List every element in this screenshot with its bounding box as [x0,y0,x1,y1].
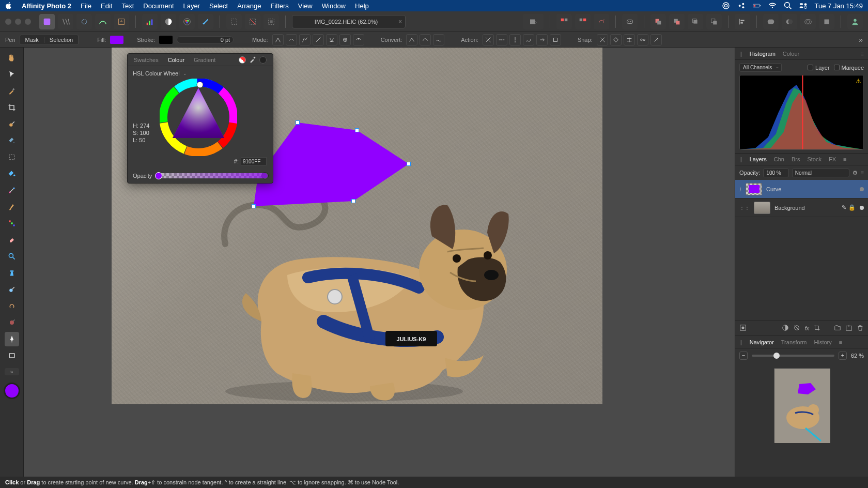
stroke-swatch[interactable] [159,36,173,44]
colour-mode-select[interactable]: HSL Colour Wheel⌄ [133,70,268,77]
assistant-icon[interactable] [622,14,638,29]
menu-document[interactable]: Document [143,2,174,10]
menubar-clock[interactable]: Tue 7 Jan 15:49 [815,2,863,10]
group-icon[interactable] [834,324,841,332]
selection-brush-tool-icon[interactable] [5,117,19,131]
record-icon[interactable] [737,2,746,10]
boolean-xor-icon[interactable] [819,14,834,29]
none-colour-icon[interactable] [239,56,246,64]
view-tool-icon[interactable] [5,51,19,65]
paint-brush-tool-icon[interactable] [5,200,19,214]
search-icon[interactable] [784,2,792,10]
rectangle-tool-icon[interactable] [5,348,19,363]
paint-mixer-tool-icon[interactable] [5,315,19,330]
fx-icon[interactable]: fx [804,325,809,331]
auto-contrast-icon[interactable] [161,14,176,29]
colour-tab-gradient[interactable]: Gradient [194,57,215,63]
convert-smart-icon[interactable] [433,34,444,45]
lock-icon[interactable]: 🔒 [848,204,856,211]
action-smooth-icon[interactable] [509,34,521,45]
panel-grip-icon[interactable]: || [739,156,742,162]
selection-invert-icon[interactable] [264,14,279,29]
align-icon[interactable] [735,14,750,29]
persona-photo-icon[interactable] [39,14,55,29]
tab-fx[interactable]: FX [829,156,836,162]
sampled-colour-icon[interactable] [259,56,267,64]
menu-window[interactable]: Window [322,2,346,10]
visibility-toggle-icon[interactable] [860,206,864,210]
expand-toolbox-icon[interactable]: » [5,368,19,375]
boolean-add-icon[interactable] [763,14,779,29]
action-reverse-icon[interactable] [536,34,548,45]
auto-levels-icon[interactable] [142,14,158,29]
persona-export-icon[interactable] [114,14,129,29]
tab-channels[interactable]: Chn [774,156,784,162]
force-pixel-icon[interactable] [594,14,609,29]
delete-layer-icon[interactable] [857,324,864,332]
mode-preserve-icon[interactable] [326,34,337,45]
menu-layer[interactable]: Layer [183,2,200,10]
snap-4-icon[interactable] [637,34,648,45]
hsl-colour-wheel[interactable] [160,79,237,156]
panel-menu-icon[interactable]: ≡ [843,156,846,162]
mode-pen-icon[interactable] [272,34,284,45]
visibility-toggle-icon[interactable] [860,187,864,191]
dodge-tool-icon[interactable] [5,282,19,297]
marquee-tool-icon[interactable] [5,150,19,164]
mode-polygon-icon[interactable] [299,34,311,45]
adjustment-icon[interactable] [782,324,789,332]
snap-toggle2-icon[interactable] [575,14,591,29]
mode-smart-icon[interactable] [286,34,297,45]
hex-input[interactable] [241,157,267,165]
layers-opacity-select[interactable]: 100 % [763,169,788,177]
panel-grip-icon[interactable]: || [739,51,742,57]
clone-tool-icon[interactable] [5,266,19,280]
layers-cog-icon[interactable]: ⚙ [853,170,858,176]
menu-select[interactable]: Select [209,2,228,10]
menu-edit[interactable]: Edit [101,2,112,10]
colour-selector[interactable] [4,383,20,399]
zoom-out-button[interactable]: − [739,352,748,360]
convert-smooth-icon[interactable] [420,34,431,45]
link-icon[interactable]: ⋮⋮ [739,205,750,210]
expand-icon[interactable]: ⟩ [739,186,741,192]
erase-tool-icon[interactable] [5,233,19,247]
flood-fill-tool-icon[interactable] [5,166,19,181]
snap-toggle-icon[interactable] [556,14,572,29]
arrange-front-icon[interactable] [650,14,666,29]
overflow-icon[interactable]: » [859,36,863,44]
edit-icon[interactable]: ✎ [842,204,846,211]
zoom-in-button[interactable]: + [839,352,847,360]
auto-white-balance-icon[interactable] [198,14,213,29]
cc-icon[interactable] [722,2,730,10]
window-controls[interactable] [5,19,31,25]
pixel-tool-icon[interactable] [5,216,19,231]
boolean-subtract-icon[interactable] [782,14,797,29]
tab-history[interactable]: History [814,339,832,345]
selection-all-icon[interactable] [226,14,242,29]
apple-menu-icon[interactable] [5,2,12,9]
close-tab-icon[interactable]: × [398,18,402,25]
arrange-back-icon[interactable] [706,14,722,29]
boolean-intersect-icon[interactable] [800,14,816,29]
menu-view[interactable]: View [298,2,313,10]
menu-arrange[interactable]: Arrange [237,2,261,10]
eyedropper-icon[interactable] [249,56,256,64]
flood-select-tool-icon[interactable] [5,133,19,148]
mode-add-icon[interactable] [353,34,364,45]
mode-rubber-icon[interactable] [339,34,351,45]
panel-menu-icon[interactable]: ≡ [839,339,842,345]
menu-file[interactable]: File [81,2,91,10]
tab-brushes[interactable]: Brs [792,156,800,162]
persona-develop-icon[interactable] [76,14,92,29]
layers-menu-icon[interactable]: ≡ [861,170,864,176]
convert-sharp-icon[interactable] [406,34,417,45]
persona-tone-icon[interactable] [95,14,111,29]
persona-liquify-icon[interactable] [58,14,73,29]
fill-swatch[interactable] [110,36,123,44]
tab-histogram[interactable]: Histogram [750,51,776,57]
tab-layers[interactable]: Layers [750,156,767,162]
colour-tab-colour[interactable]: Colour [168,57,184,63]
action-close-icon[interactable] [496,34,507,45]
layers-blend-select[interactable]: Normal [792,169,849,177]
